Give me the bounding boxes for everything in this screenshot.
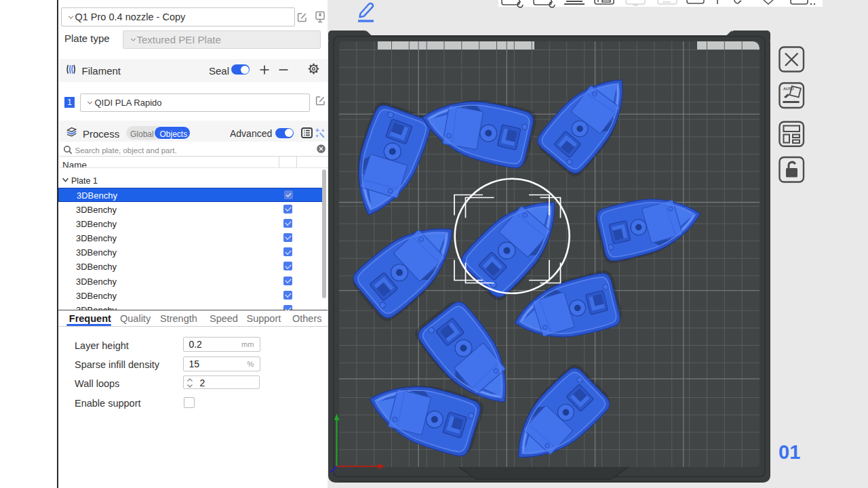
svg-text:AUTO: AUTO bbox=[783, 87, 794, 91]
svg-text:01: 01 bbox=[778, 441, 800, 463]
